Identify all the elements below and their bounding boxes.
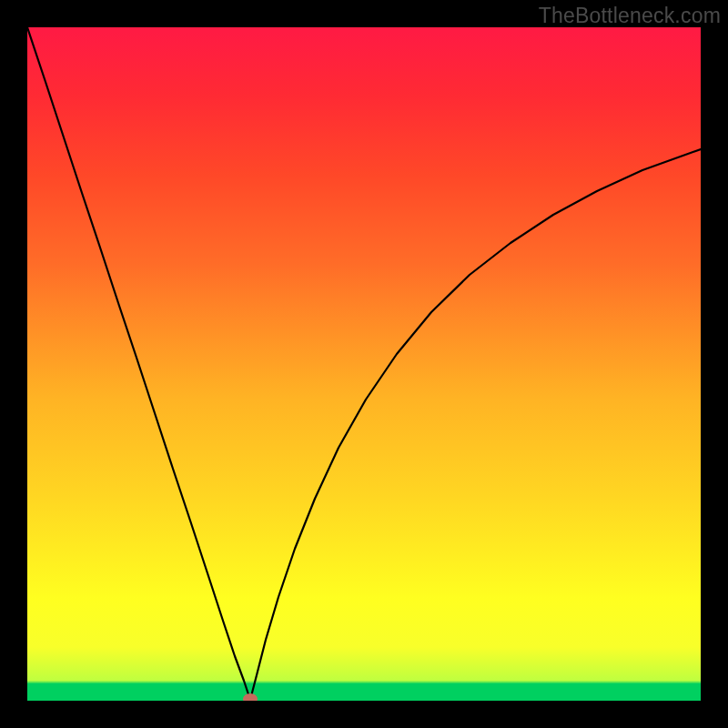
curve-left-arm	[27, 27, 250, 700]
chart-container: TheBottleneck.com	[0, 0, 728, 728]
curve-svg	[27, 27, 701, 701]
plot-area	[27, 27, 701, 701]
minimum-marker	[243, 693, 258, 701]
watermark-text: TheBottleneck.com	[539, 4, 721, 28]
curve-right-arm	[250, 149, 701, 700]
